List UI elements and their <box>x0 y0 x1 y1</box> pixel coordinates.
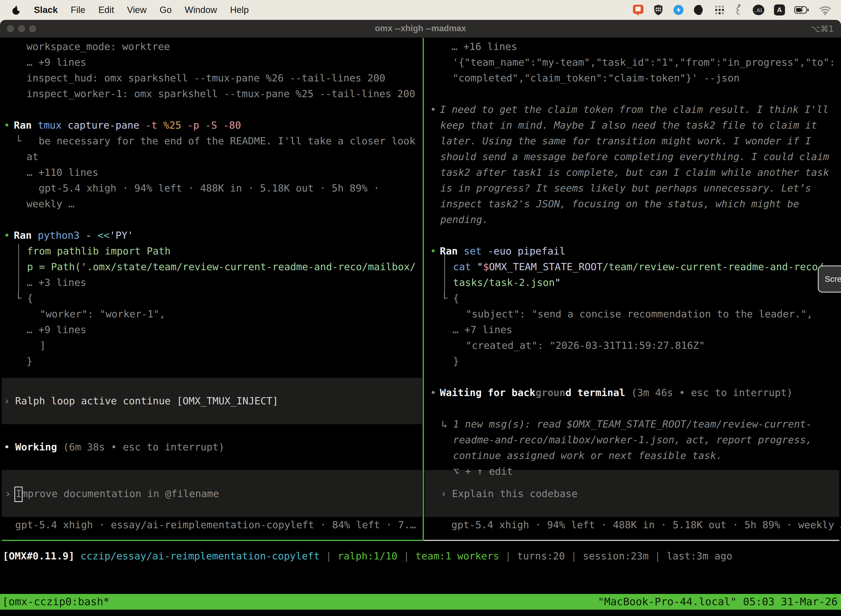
terminal-line: task2 after task1 is complete, but can I… <box>440 164 829 180</box>
terminal-text: /team/review-current-readme-and-reco/ <box>603 261 824 273</box>
terminal-text: -p <box>188 119 205 131</box>
terminal-line: Ran set -euo pipefail <box>440 243 566 259</box>
wifi-icon[interactable] <box>819 5 832 15</box>
tmux-session-label: [omx-cczip0:bash* <box>0 594 110 610</box>
terminal-text: team:1 workers <box>416 550 505 562</box>
menu-app-name[interactable]: Slack <box>34 5 58 15</box>
apple-icon[interactable] <box>12 4 21 15</box>
menu-item-window[interactable]: Window <box>185 5 217 15</box>
terminal-text: … +9 lines <box>26 324 86 335</box>
shield-grid-icon[interactable] <box>653 4 664 16</box>
terminal-line: Ran tmux capture-pane -t %25 -p -S -80 <box>14 117 241 133</box>
terminal-text: groun <box>536 387 566 398</box>
terminal-line: inspect_hud: omx sparkshell --tmux-pane … <box>26 70 385 86</box>
terminal-line: • <box>4 117 10 133</box>
terminal-line: Improve documentation in @filename <box>16 486 219 502</box>
terminal-text: gpt-5.4 xhigh · 94% left · 488K in · 5.1… <box>451 519 841 531</box>
terminal-text: " <box>555 277 561 288</box>
terminal-line: … +110 lines <box>26 164 98 180</box>
blue-badge-icon[interactable] <box>673 4 684 16</box>
terminal-text: later. Using the same for transition mig… <box>440 135 811 147</box>
terminal-text: "worker": "worker-1", <box>40 308 165 320</box>
terminal-line: "subject": "send a concise recommendatio… <box>466 306 813 322</box>
terminal-line: ⌥ + ↑ edit <box>453 463 513 479</box>
terminal-text: Working <box>15 441 63 453</box>
terminal-text: tasks/task-2.json <box>453 277 555 288</box>
terminal-line: • <box>430 385 436 400</box>
hook-figure-icon[interactable] <box>734 4 743 16</box>
menu-item-go[interactable]: Go <box>160 5 171 15</box>
terminal-text: • <box>430 387 436 398</box>
terminal-text: workspace_mode: worktree <box>26 41 170 52</box>
terminal-text: └ <box>441 293 448 304</box>
terminal-text: Ran <box>14 230 38 241</box>
input-source-icon[interactable]: A <box>774 4 785 16</box>
terminal-text: session:23m <box>583 550 655 562</box>
terminal-text: ⌥ + ↑ edit <box>453 466 513 477</box>
terminal-text: › <box>4 395 10 406</box>
menu-status-icons: ..61 A <box>632 4 841 16</box>
screen-overlay-label: Scre <box>825 274 841 284</box>
battery-icon[interactable] <box>794 4 810 16</box>
terminal-line: } <box>26 353 32 369</box>
terminal-text: • <box>430 104 436 115</box>
terminal-line: gpt-5.4 xhigh · 94% left · 488K in · 5.1… <box>39 180 379 196</box>
terminal-text: "created_at": "2026-03-31T11:59:27.816Z" <box>466 340 705 351</box>
terminal-line: later. Using the same for transition mig… <box>440 133 811 149</box>
menu-item-help[interactable]: Help <box>230 5 249 15</box>
pane-divider[interactable] <box>423 38 424 541</box>
terminal-text: gpt-5.4 xhigh · essay/ai-reimplementatio… <box>15 519 416 531</box>
chat-app-icon[interactable] <box>632 4 644 16</box>
terminal-text: from pathlib import Path <box>27 245 170 257</box>
terminal-text: %25 <box>163 119 188 131</box>
counter-badge-icon[interactable]: ..61 <box>752 4 765 16</box>
terminal-line: from pathlib import Path <box>27 243 170 259</box>
terminal-text: { <box>27 293 33 304</box>
terminal-text: inspect_hud: omx sparkshell --tmux-pane … <box>26 72 385 84</box>
terminal-text: keep that in mind. Maybe I also need the… <box>440 119 817 131</box>
terminal-text: Ran <box>14 119 38 131</box>
terminal-line: Ralph loop active continue [OMX_TMUX_INJ… <box>15 393 278 409</box>
terminal-text: task2 after task1 is complete, but can I… <box>440 167 829 178</box>
menu-item-file[interactable]: File <box>70 5 85 15</box>
terminal-text: $ <box>483 261 489 273</box>
terminal-line: … +16 lines <box>451 39 517 54</box>
terminal-text: | <box>505 550 517 562</box>
window-title-bar[interactable]: omx --xhigh --madmax ⌥⌘1 <box>0 20 841 38</box>
terminal-text: (6m 38s • esc to interrupt) <box>63 441 224 453</box>
terminal-line: pending. <box>440 212 488 227</box>
terminal-text: • <box>4 441 10 453</box>
terminal-text: I need to get the claim token from the c… <box>440 104 829 115</box>
terminal-line: } <box>453 353 459 369</box>
terminal-line: • <box>4 227 10 243</box>
terminal-text: Ran <box>440 245 464 257</box>
terminal-text: should send a message before completing … <box>440 151 829 162</box>
tmux-host-clock: "MacBook-Pro-44.local" 05:03 31-Mar-26 <box>598 594 841 610</box>
dots-grid-icon[interactable] <box>714 4 726 16</box>
terminal-text: pending. <box>440 214 488 225</box>
terminal-text: << <box>97 230 109 241</box>
terminal-text: "subject": "send a concise recommendatio… <box>466 308 813 320</box>
terminal-line: › <box>441 486 447 502</box>
terminal-text: } <box>453 355 459 367</box>
terminal-text: Explain this codebase <box>452 488 577 499</box>
terminal-text: • <box>4 230 10 241</box>
crescent-icon[interactable] <box>693 4 705 16</box>
terminal-text: OMX_TEAM_STATE_ROOT <box>489 261 603 273</box>
menu-item-view[interactable]: View <box>127 5 147 15</box>
menu-left: Slack FileEditViewGoWindowHelp <box>0 4 249 15</box>
terminal-line: be necessary for the end of the README. … <box>39 133 415 149</box>
terminal-text: -euo pipefail <box>488 245 566 257</box>
menu-item-edit[interactable]: Edit <box>98 5 114 15</box>
code-block-bar <box>18 244 19 293</box>
terminal-text: | <box>571 550 583 562</box>
terminal-text: readme-and-reco/mailbox/worker-1.json, a… <box>453 434 812 446</box>
terminal-line: [OMX#0.11.9] cczip/essay/ai-reimplementa… <box>3 548 732 564</box>
terminal-text: d terminal <box>566 387 631 398</box>
terminal-line: "completed","claim_token":"claim-token"}… <box>453 70 740 86</box>
terminal-text: capture-pane <box>67 119 145 131</box>
screen-overlay-tooltip: Scre <box>818 265 841 293</box>
terminal-text: at <box>26 151 38 162</box>
terminal-line: is in progress? It seems likely but perh… <box>440 180 811 196</box>
terminal-line: '{"team_name":"my-team","task_id":"1","f… <box>453 54 835 70</box>
